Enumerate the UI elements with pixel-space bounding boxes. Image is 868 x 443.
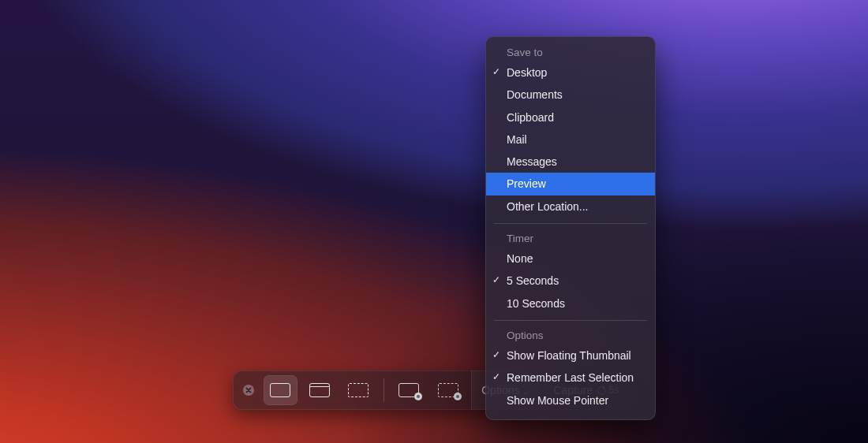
menu-item[interactable]: Clipboard xyxy=(486,106,655,128)
menu-item[interactable]: Preview xyxy=(486,173,655,195)
toolbar-separator xyxy=(383,378,384,402)
menu-section-title: Options xyxy=(486,326,655,344)
menu-item-label: Messages xyxy=(507,155,557,168)
menu-item[interactable]: ✓5 Seconds xyxy=(486,270,655,292)
options-popover: Save to✓DesktopDocumentsClipboardMailMes… xyxy=(485,36,656,420)
menu-item-label: None xyxy=(507,252,533,265)
menu-item[interactable]: Mail xyxy=(486,128,655,151)
menu-item[interactable]: Show Mouse Pointer xyxy=(486,389,655,411)
checkmark-icon: ✓ xyxy=(492,370,500,384)
selection-icon xyxy=(348,383,369,397)
close-icon xyxy=(242,384,255,396)
menu-item-label: 5 Seconds xyxy=(507,274,559,287)
capture-window-button[interactable] xyxy=(302,375,336,405)
checkmark-icon: ✓ xyxy=(492,274,500,287)
desktop-wallpaper: Save to✓DesktopDocumentsClipboardMailMes… xyxy=(0,0,868,443)
menu-item-label: Show Mouse Pointer xyxy=(507,394,608,407)
menu-item-label: 10 Seconds xyxy=(507,297,565,310)
capture-entire-screen-button[interactable] xyxy=(264,375,297,405)
menu-item[interactable]: 10 Seconds xyxy=(486,292,655,315)
record-selection-button[interactable] xyxy=(431,375,465,405)
window-icon xyxy=(309,383,330,397)
menu-item[interactable]: Documents xyxy=(486,84,655,106)
menu-divider xyxy=(494,223,647,224)
selection-record-icon xyxy=(438,383,458,397)
menu-item[interactable]: None xyxy=(486,248,655,270)
menu-item[interactable]: Messages xyxy=(486,151,655,173)
menu-item[interactable]: ✓Desktop xyxy=(486,61,655,84)
menu-section-title: Save to xyxy=(486,43,655,61)
capture-selection-button[interactable] xyxy=(341,375,375,405)
menu-item[interactable]: ✓Show Floating Thumbnail xyxy=(486,344,655,367)
menu-divider xyxy=(494,320,647,321)
menu-item-label: Clipboard xyxy=(507,111,554,124)
menu-item-label: Desktop xyxy=(507,66,547,79)
menu-item-label: Preview xyxy=(507,177,546,190)
menu-item-label: Mail xyxy=(507,133,527,146)
checkmark-icon: ✓ xyxy=(492,65,500,79)
menu-section-title: Timer xyxy=(486,229,655,248)
menu-item-label: Other Location... xyxy=(507,200,589,213)
menu-item[interactable]: Other Location... xyxy=(486,195,655,218)
screen-icon xyxy=(270,383,290,397)
menu-item-label: Remember Last Selection xyxy=(507,371,634,384)
screen-record-icon xyxy=(398,383,419,397)
menu-item-label: Documents xyxy=(507,88,563,101)
menu-item-label: Show Floating Thumbnail xyxy=(507,349,631,362)
menu-item[interactable]: ✓Remember Last Selection xyxy=(486,367,655,389)
close-button[interactable] xyxy=(241,383,256,397)
checkmark-icon: ✓ xyxy=(492,348,500,362)
record-entire-screen-button[interactable] xyxy=(392,375,426,405)
